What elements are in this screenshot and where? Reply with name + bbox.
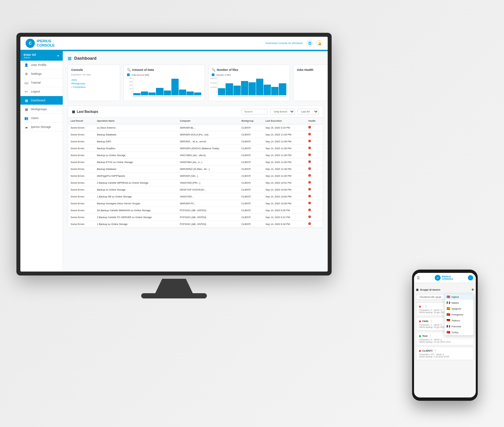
cell-computer-3: SERVER-LENOVO (Balance Trade): [177, 145, 239, 152]
amount-x-labels: 9/20/20209/21/20209/22/20209/23/20209/24…: [133, 95, 201, 97]
console-widget-title: Console: [71, 68, 117, 71]
sidebar-item-users[interactable]: 👥 Users: [20, 114, 63, 123]
lang-item-francese[interactable]: 🇫🇷 Francese: [445, 323, 473, 329]
workgroup-card-clienti[interactable]: CLIENTI ⋮ Computers: 107 - Utenti: 3 Ult…: [416, 347, 474, 360]
table-row[interactable]: Some Errors 2.Backup Cartelle PC-SERVER …: [68, 214, 323, 221]
cell-operation-13: 2.Backup Cartelle PC-SERVER su Online St…: [94, 214, 177, 221]
workgroup-options-1[interactable]: ⋮: [424, 305, 427, 308]
filter-select[interactable]: Only Errors All Success Warning: [270, 109, 295, 115]
cell-health-10: [306, 193, 323, 200]
workgroup-meta-test: Computers: 8 - Utenti: a: [419, 338, 471, 341]
workgroup-options-fain[interactable]: ⋮: [429, 319, 433, 323]
dashboard-icon: ▦: [24, 98, 28, 102]
table-row[interactable]: Some Errors Backup ETOS su Online Storag…: [68, 159, 323, 166]
bell-icon[interactable]: 🔔: [317, 40, 322, 46]
search-icon-amount: 🔍: [127, 68, 131, 71]
phone-globe-icon[interactable]: 🌐: [468, 275, 473, 280]
table-row[interactable]: Some Errors WinPagePro+WPPSpeed SERVER (…: [68, 173, 323, 179]
cell-operation-8: 2.Backup Cartelle IMPRESA su Online Stor…: [94, 179, 177, 186]
cell-computer-13: PCFISSO (AB...ENTE3): [177, 214, 239, 221]
phone-header-icons: 🌐: [468, 275, 473, 280]
sidebar-item-tutorial[interactable]: 📖 Tutorial: [20, 78, 63, 87]
amount-y-axis: 800 600 400 200 0: [127, 77, 133, 93]
workgroup-options-clienti[interactable]: ⋮: [434, 349, 437, 353]
table-row[interactable]: Some Errors 1.Backup DB su Online Storag…: [68, 193, 323, 200]
flag-fr: 🇫🇷: [447, 325, 450, 328]
files-legend-label: Number of files: [216, 74, 231, 76]
console-link-computers[interactable]: / Computers: [71, 86, 117, 89]
files-x-label-6: 9/26/2020: [264, 95, 271, 97]
files-chart-legend: Number of files: [212, 73, 286, 76]
workgroup-options-test[interactable]: ⋮: [429, 334, 432, 338]
table-row[interactable]: Some Errors Backup su Online Storage VM1…: [68, 152, 323, 159]
last-backups-section: ▦ Last Backups Only Errors All Success: [68, 106, 323, 228]
amount-x-label-1: 9/21/2020: [141, 95, 148, 97]
files-x-label-8: 9/28/2020: [279, 95, 286, 97]
sidebar-item-workgroups[interactable]: ▦ Workgroups: [20, 105, 63, 114]
table-row[interactable]: Some Errors Backup DropBox SERVER-LENOVO…: [68, 145, 323, 152]
count-select[interactable]: Last 50 Last 100 Last 200: [297, 109, 319, 115]
table-row[interactable]: Some Errors Backup Database SERVER02 (Di…: [68, 166, 323, 173]
table-row[interactable]: Some Errors Backup su Online Storage DES…: [68, 186, 323, 193]
cell-result-0: Some Errors: [68, 124, 94, 131]
sidebar-item-settings[interactable]: ⚙ Settings: [20, 70, 63, 78]
workgroup-backup-test: Ultimo backup: 12 set 2019 14:51: [419, 341, 471, 343]
lang-item-tedesco[interactable]: 🇩🇪 Tedesco: [445, 317, 473, 323]
cell-result-11: Some Errors: [68, 200, 94, 207]
phone: ☰ C IPERIUS CONSOLE 🌐: [412, 270, 478, 401]
cell-result-9: Some Errors: [68, 186, 94, 193]
cell-result-10: Some Errors: [68, 193, 94, 200]
table-row[interactable]: Some Errors su Disco Esterno SERVER-BL..…: [68, 124, 323, 131]
table-row[interactable]: Some Errors 1.Backup su Online Storage P…: [68, 221, 323, 228]
sidebar-label-user-profile: User Profile: [31, 63, 46, 67]
cell-result-8: Some Errors: [68, 179, 94, 186]
table-row[interactable]: Some Errors Backup DATI SERVER... dc.a..…: [68, 138, 323, 145]
download-label[interactable]: Download Console for Windows: [266, 42, 303, 45]
settings-icon: ⚙: [24, 72, 28, 76]
console-link-jobs[interactable]: Jobs: [71, 78, 117, 81]
cell-health-2: [306, 138, 323, 145]
table-row[interactable]: Some Errors 2A.Backup Cartelle IMMAGINI …: [68, 207, 323, 214]
widgets-row: Console Expiration: No data Jobs Workgro…: [68, 65, 323, 101]
console-expiry: Expiration: No data: [71, 73, 117, 76]
cell-health-4: [306, 152, 323, 159]
phone-settings-icon[interactable]: ⚙: [471, 288, 474, 291]
sidebar-item-user-profile[interactable]: 👤 User Profile: [20, 61, 63, 70]
cell-computer-5: VM297864 (Au...il...): [177, 159, 239, 166]
sidebar-label-logout: Logout: [31, 90, 40, 93]
workgroup-dot-clienti: [419, 350, 421, 352]
phone-menu-icon[interactable]: ☰: [417, 276, 420, 280]
cell-health-7: [306, 173, 323, 179]
cell-execution-6: Sep 14, 2020 11:00 PM: [263, 166, 306, 173]
lang-item-italiano[interactable]: 🇮🇹 Italiano: [445, 300, 473, 306]
files-widget-title: 🔍 Number of files: [212, 68, 286, 71]
language-dropdown[interactable]: 🇬🇧 Inglese 🇮🇹 Italiano 🇪🇸 Spagnolo: [444, 294, 474, 336]
number-of-files-widget: 🔍 Number of files Number of files 300: [208, 65, 290, 101]
table-row[interactable]: Some Errors Backup Immagine Disco Server…: [68, 200, 323, 207]
cell-computer-6: SERVER02 (Di Bian...fin...): [177, 166, 239, 173]
sidebar-item-dashboard[interactable]: ▦ Dashboard: [20, 96, 63, 105]
sidebar-item-logout[interactable]: ↩ Logout: [20, 87, 63, 96]
amount-x-label-2: 9/22/2020: [148, 95, 156, 97]
sidebar-org-section[interactable]: Enter Srl Admin ▼: [20, 51, 63, 61]
lang-item-portoghese[interactable]: 🇵🇹 Portoghese: [445, 312, 473, 317]
amount-of-data-widget: 🔍 Amount of Data Data Amount (MB) 800: [123, 65, 205, 101]
globe-icon[interactable]: 🌐: [307, 40, 313, 46]
table-row[interactable]: Some Errors Backup Database SERVER-SIOLA…: [68, 131, 323, 138]
files-y-axis: 3000000 2000000 1000000 0: [212, 77, 218, 93]
cell-health-9: [306, 186, 323, 193]
table-container: Last Result Operation Name Computer Work…: [68, 118, 323, 228]
backups-search-input[interactable]: [241, 109, 268, 114]
table-row[interactable]: Some Errors 2.Backup Cartelle IMPRESA su…: [68, 179, 323, 186]
table-header-row: Last Result Operation Name Computer Work…: [68, 118, 323, 124]
sidebar-item-iperius-storage[interactable]: ☁ Iperius Storage: [20, 123, 63, 132]
files-bar-6: [264, 85, 271, 95]
amount-bar-6: [179, 90, 186, 95]
workgroup-dot-test: [419, 335, 421, 337]
files-bar-3: [241, 81, 248, 95]
lang-item-spagnolo[interactable]: 🇪🇸 Spagnolo: [445, 306, 473, 312]
lang-label-spagnolo: Spagnolo: [451, 308, 461, 310]
lang-item-turkey[interactable]: 🇹🇷 Turkey: [445, 329, 473, 335]
lang-item-inglese[interactable]: 🇬🇧 Inglese: [445, 294, 473, 300]
console-link-workgroups[interactable]: Workgroups: [71, 82, 117, 85]
